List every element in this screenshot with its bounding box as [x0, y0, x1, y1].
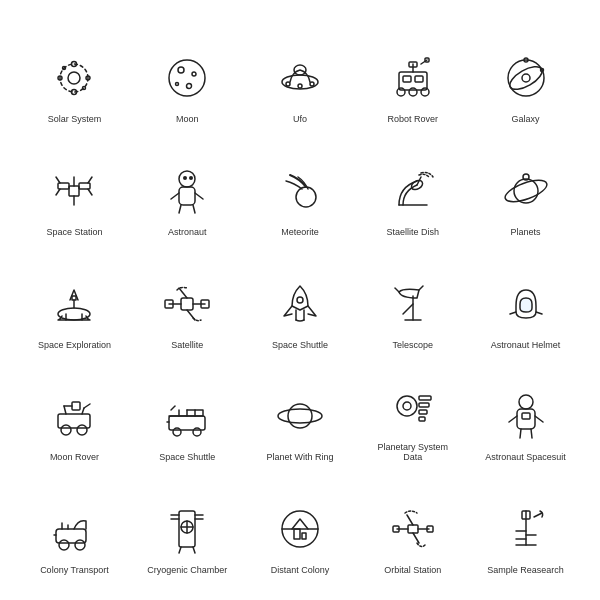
icon-cell-colony-transport[interactable]: Colony Transport — [18, 469, 131, 582]
svg-point-97 — [278, 409, 322, 423]
cryogenic-chamber-label: Cryogenic Chamber — [147, 565, 227, 576]
space-exploration-icon — [42, 272, 106, 336]
icon-cell-space-exploration[interactable]: Space Exploration — [18, 244, 131, 357]
svg-line-76 — [419, 286, 423, 290]
svg-point-16 — [298, 84, 302, 88]
planetary-system-data-label: Planetary System Data — [368, 442, 458, 464]
svg-point-9 — [178, 67, 184, 73]
icon-cell-meteorite[interactable]: Meteorite — [244, 131, 357, 244]
icon-cell-moon-rover[interactable]: Moon Rover — [18, 356, 131, 469]
svg-line-78 — [536, 312, 542, 314]
icon-cell-solar-system[interactable]: Solar System — [18, 18, 131, 131]
svg-point-7 — [83, 87, 86, 90]
svg-rect-20 — [415, 76, 423, 82]
icon-cell-robot-rover[interactable]: Robot Rover — [356, 18, 469, 131]
astronaut-icon — [155, 159, 219, 223]
sample-research-icon — [494, 497, 558, 561]
satellite-dish-icon — [381, 159, 445, 223]
icon-cell-distant-colony[interactable]: Distant Colony — [244, 469, 357, 582]
space-shuttle-1-icon — [268, 272, 332, 336]
satellite-icon — [155, 272, 219, 336]
orbital-station-icon — [381, 497, 445, 561]
astronaut-spacesuit-icon — [494, 384, 558, 448]
svg-point-0 — [68, 72, 80, 84]
svg-point-112 — [59, 540, 69, 550]
svg-line-107 — [535, 416, 543, 422]
space-station-icon — [42, 159, 106, 223]
icon-cell-satellite-dish[interactable]: Staellite Dish — [356, 131, 469, 244]
svg-rect-123 — [302, 533, 306, 539]
icon-cell-planet-with-ring[interactable]: Planet With Ring — [244, 356, 357, 469]
svg-point-1 — [60, 64, 88, 92]
svg-line-131 — [413, 533, 419, 543]
svg-rect-125 — [408, 525, 418, 533]
svg-point-98 — [397, 396, 417, 416]
orbital-station-label: Orbital Station — [384, 565, 441, 576]
space-exploration-label: Space Exploration — [38, 340, 111, 351]
svg-point-22 — [409, 88, 417, 96]
svg-point-10 — [192, 72, 196, 76]
svg-point-5 — [72, 90, 77, 95]
svg-point-113 — [75, 540, 85, 550]
planet-with-ring-label: Planet With Ring — [266, 452, 333, 463]
svg-line-77 — [510, 312, 516, 314]
moon-label: Moon — [176, 114, 199, 125]
planets-label: Planets — [511, 227, 541, 238]
icon-cell-planetary-system-data[interactable]: Planetary System Data — [356, 356, 469, 469]
astronaut-helmet-label: Astronaut Helmet — [491, 340, 561, 351]
icon-cell-telescope[interactable]: Telescope — [356, 244, 469, 357]
svg-rect-87 — [169, 416, 205, 430]
icon-cell-galaxy[interactable]: Galaxy — [469, 18, 582, 131]
solar-system-label: Solar System — [48, 114, 102, 125]
svg-rect-102 — [419, 417, 425, 421]
ufo-icon — [268, 46, 332, 110]
distant-colony-icon — [268, 497, 332, 561]
svg-rect-61 — [72, 296, 76, 300]
meteorite-icon — [268, 159, 332, 223]
icon-cell-moon[interactable]: Moon — [131, 18, 244, 131]
icon-cell-cryogenic-chamber[interactable]: Cryogenic Chamber — [131, 469, 244, 582]
svg-point-80 — [61, 425, 71, 435]
cryogenic-chamber-icon — [155, 497, 219, 561]
meteorite-label: Meteorite — [281, 227, 319, 238]
planet-with-ring-icon — [268, 384, 332, 448]
icon-cell-space-shuttle-1[interactable]: Space Shuttle — [244, 244, 357, 357]
svg-point-88 — [173, 428, 181, 436]
solar-system-icon — [42, 46, 106, 110]
svg-point-11 — [187, 84, 192, 89]
icon-cell-space-shuttle-2[interactable]: Space Shuttle — [131, 356, 244, 469]
svg-line-45 — [195, 193, 203, 199]
icon-cell-sample-research[interactable]: Sample Reasearch — [469, 469, 582, 582]
icon-cell-space-station[interactable]: Space Station — [18, 131, 131, 244]
icon-cell-planets[interactable]: Planets — [469, 131, 582, 244]
svg-rect-110 — [522, 413, 530, 419]
space-station-label: Space Station — [46, 227, 102, 238]
svg-line-47 — [193, 205, 195, 213]
icon-cell-astronaut-spacesuit[interactable]: Astronaut Spacesuit — [469, 356, 582, 469]
svg-line-46 — [179, 205, 181, 213]
galaxy-label: Galaxy — [512, 114, 540, 125]
icon-cell-satellite[interactable]: Satellite — [131, 244, 244, 357]
svg-point-17 — [310, 82, 314, 86]
galaxy-icon — [494, 46, 558, 110]
planets-icon — [494, 159, 558, 223]
svg-line-86 — [84, 404, 90, 408]
distant-colony-label: Distant Colony — [271, 565, 330, 576]
icon-cell-orbital-station[interactable]: Orbital Station — [356, 469, 469, 582]
svg-point-23 — [421, 88, 429, 96]
svg-point-48 — [183, 176, 187, 180]
icon-cell-astronaut-helmet[interactable]: Astronaut Helmet — [469, 244, 582, 357]
svg-line-95 — [171, 406, 175, 410]
icon-cell-astronaut[interactable]: Astronaut — [131, 131, 244, 244]
svg-point-49 — [189, 176, 193, 180]
colony-transport-icon — [42, 497, 106, 561]
svg-line-109 — [531, 429, 532, 438]
svg-line-44 — [171, 193, 179, 199]
svg-point-104 — [519, 395, 533, 409]
icon-cell-ufo[interactable]: Ufo — [244, 18, 357, 131]
svg-line-39 — [88, 177, 92, 183]
svg-line-82 — [64, 406, 66, 414]
ufo-label: Ufo — [293, 114, 307, 125]
svg-line-85 — [82, 408, 84, 414]
moon-icon — [155, 46, 219, 110]
